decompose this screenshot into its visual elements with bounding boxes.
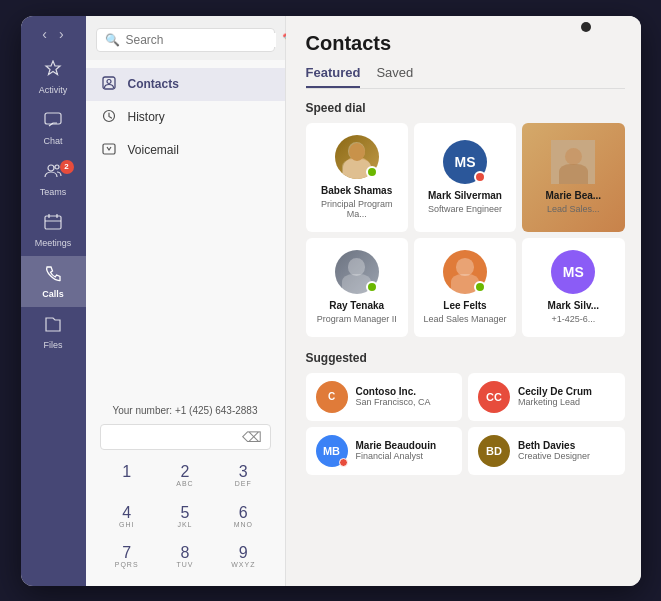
speed-dial-card-lee[interactable]: Lee Felts Lead Sales Manager	[414, 238, 516, 337]
speed-dial-card-ray[interactable]: Ray Tenaka Program Manager II	[306, 238, 408, 337]
search-bar[interactable]: 🔍 ✏️	[96, 28, 275, 52]
avatar-wrapper-babek	[335, 135, 379, 179]
menu-label-contacts: Contacts	[128, 77, 179, 91]
sug-name-beth: Beth Davies	[518, 440, 590, 451]
sidebar-item-activity[interactable]: Activity	[21, 52, 86, 103]
contacts-tabs: Featured Saved	[306, 65, 625, 89]
avatar-wrapper-mark2: MS	[551, 250, 595, 294]
dial-key-5[interactable]: 5JKL	[158, 499, 212, 535]
activity-label: Activity	[39, 85, 68, 95]
contact-name-babek: Babek Shamas	[321, 185, 392, 197]
avatar-wrapper-mark-s: MS	[443, 140, 487, 184]
contact-name-ray: Ray Tenaka	[329, 300, 384, 312]
dial-key-4[interactable]: 4GHI	[100, 499, 154, 535]
back-button[interactable]: ‹	[38, 24, 51, 44]
contact-name-lee: Lee Felts	[443, 300, 486, 312]
sidebar-item-calls[interactable]: Calls	[21, 256, 86, 307]
status-dot-mark-s	[474, 171, 486, 183]
menu-label-history: History	[128, 110, 165, 124]
avatar-mark2: MS	[551, 250, 595, 294]
sidebar-item-meetings[interactable]: Meetings	[21, 205, 86, 256]
dial-key-1[interactable]: 1	[100, 458, 154, 494]
avatar-wrapper-marie	[551, 140, 595, 184]
teams-label: Teams	[40, 187, 67, 197]
dial-key-8[interactable]: 8TUV	[158, 539, 212, 575]
suggested-label: Suggested	[306, 351, 625, 365]
svg-point-2	[55, 165, 59, 169]
history-icon	[100, 109, 118, 126]
tab-saved[interactable]: Saved	[376, 65, 413, 88]
contacts-panel: Contacts Featured Saved Speed dial Ba	[286, 16, 641, 586]
suggested-card-marie-b[interactable]: MB Marie Beaudouin Financial Analyst	[306, 427, 463, 475]
chat-icon	[44, 111, 62, 134]
avatar-marie-photo: Marie Bea... Lead Sales...	[522, 123, 624, 233]
speed-dial-label: Speed dial	[306, 101, 625, 115]
forward-button[interactable]: ›	[55, 24, 68, 44]
menu-label-voicemail: Voicemail	[128, 143, 179, 157]
calls-panel-header: 🔍 ✏️	[86, 16, 285, 60]
status-dot-ray	[366, 281, 378, 293]
suggested-card-cecily[interactable]: CC Cecily De Crum Marketing Lead	[468, 373, 625, 421]
teams-sidebar: ‹ › Activity Chat	[21, 16, 86, 586]
contact-role-lee: Lead Sales Manager	[423, 314, 506, 325]
contact-name-marie: Marie Bea...	[546, 190, 602, 202]
svg-point-5	[107, 79, 111, 83]
meetings-label: Meetings	[35, 238, 72, 248]
sidebar-item-teams[interactable]: Teams 2	[21, 154, 86, 205]
speed-dial-card-babek[interactable]: Babek Shamas Principal Program Ma...	[306, 123, 408, 233]
avatar-wrapper-lee	[443, 250, 487, 294]
phone-number: Your number: +1 (425) 643-2883	[100, 405, 271, 416]
backspace-button[interactable]: ⌫	[242, 429, 262, 445]
contacts-icon	[100, 76, 118, 93]
speed-dial-grid: Babek Shamas Principal Program Ma... MS …	[306, 123, 625, 337]
calls-bottom: Your number: +1 (425) 643-2883 ⌫ 1 2ABC …	[86, 395, 285, 585]
tab-featured[interactable]: Featured	[306, 65, 361, 88]
contact-role-marie: Lead Sales...	[547, 204, 600, 215]
sug-name-marie-b: Marie Beaudouin	[356, 440, 437, 451]
suggested-card-contoso[interactable]: C Contoso Inc. San Francisco, CA	[306, 373, 463, 421]
speed-dial-card-mark-s[interactable]: MS Mark Silverman Software Engineer	[414, 123, 516, 233]
contact-name-mark2: Mark Silv...	[548, 300, 600, 312]
dial-key-7[interactable]: 7PQRS	[100, 539, 154, 575]
avatar-cecily: CC	[478, 381, 510, 413]
menu-item-contacts[interactable]: Contacts	[86, 68, 285, 101]
calls-menu: Contacts History Voicema	[86, 60, 285, 175]
search-icon: 🔍	[105, 33, 120, 47]
sug-role-marie-b: Financial Analyst	[356, 451, 437, 461]
activity-icon	[44, 60, 62, 83]
sug-info-contoso: Contoso Inc. San Francisco, CA	[356, 386, 431, 407]
camera	[581, 22, 591, 32]
dial-key-2[interactable]: 2ABC	[158, 458, 212, 494]
status-dot-babek	[366, 166, 378, 178]
contact-role-babek: Principal Program Ma...	[314, 199, 400, 221]
menu-item-history[interactable]: History	[86, 101, 285, 134]
svg-rect-0	[45, 113, 61, 124]
contact-role-ray: Program Manager II	[317, 314, 397, 325]
sug-role-beth: Creative Designer	[518, 451, 590, 461]
meetings-icon	[44, 213, 62, 236]
dialpad-input[interactable]: ⌫	[100, 424, 271, 450]
contact-role-mark-s: Software Engineer	[428, 204, 502, 215]
dial-key-3[interactable]: 3DEF	[216, 458, 270, 494]
dial-key-9[interactable]: 9WXYZ	[216, 539, 270, 575]
menu-item-voicemail[interactable]: Voicemail	[86, 134, 285, 167]
speed-dial-card-mark2[interactable]: MS Mark Silv... +1-425-6...	[522, 238, 624, 337]
files-label: Files	[43, 340, 62, 350]
calls-label: Calls	[42, 289, 64, 299]
avatar-wrapper-ray	[335, 250, 379, 294]
svg-rect-3	[45, 216, 61, 229]
dial-key-6[interactable]: 6MNO	[216, 499, 270, 535]
search-input[interactable]	[126, 33, 276, 47]
sidebar-item-files[interactable]: Files	[21, 307, 86, 358]
sidebar-item-chat[interactable]: Chat	[21, 103, 86, 154]
speed-dial-card-marie[interactable]: Marie Bea... Lead Sales...	[522, 123, 624, 233]
files-icon	[44, 315, 62, 338]
sug-info-marie-b: Marie Beaudouin Financial Analyst	[356, 440, 437, 461]
suggested-grid: C Contoso Inc. San Francisco, CA CC Ceci…	[306, 373, 625, 475]
sug-info-cecily: Cecily De Crum Marketing Lead	[518, 386, 592, 407]
avatar-marie	[551, 140, 595, 184]
dialpad: 1 2ABC 3DEF 4GHI 5JKL 6MNO 7PQRS 8TUV 9W…	[100, 458, 271, 575]
sug-role-cecily: Marketing Lead	[518, 397, 592, 407]
suggested-card-beth[interactable]: BD Beth Davies Creative Designer	[468, 427, 625, 475]
avatar-marie-b: MB	[316, 435, 348, 467]
